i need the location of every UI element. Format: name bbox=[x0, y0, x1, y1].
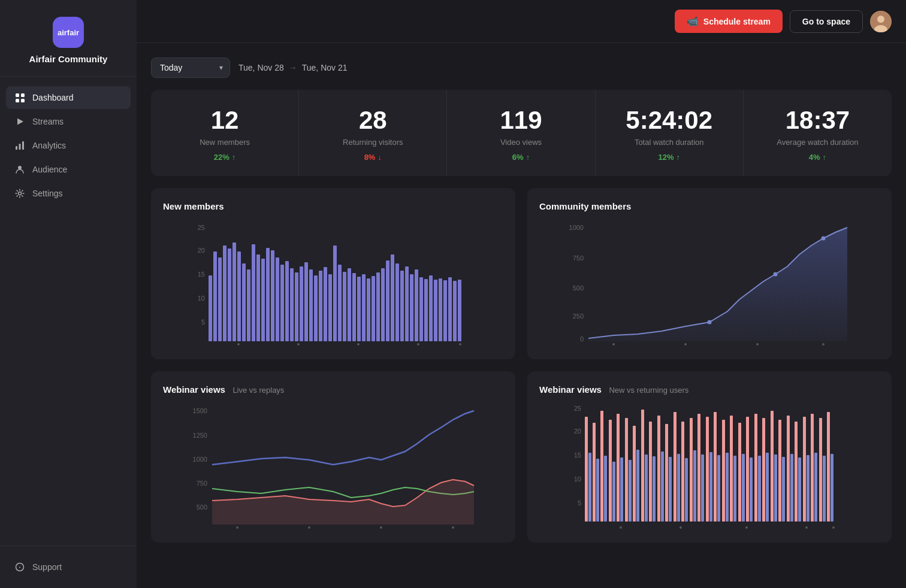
svg-rect-154 bbox=[790, 454, 793, 522]
arrow-up-icon: ↑ bbox=[823, 153, 827, 162]
svg-rect-115 bbox=[633, 426, 636, 522]
svg-rect-143 bbox=[746, 417, 749, 522]
svg-rect-106 bbox=[596, 459, 599, 522]
date-range-arrow: → bbox=[289, 63, 297, 72]
svg-text:10: 10 bbox=[574, 475, 581, 483]
svg-rect-37 bbox=[295, 272, 298, 341]
sidebar-item-streams[interactable]: Streams bbox=[6, 110, 131, 133]
svg-rect-63 bbox=[419, 277, 423, 341]
svg-rect-39 bbox=[304, 262, 308, 341]
svg-rect-131 bbox=[697, 414, 700, 522]
svg-rect-126 bbox=[677, 454, 680, 522]
svg-rect-0 bbox=[16, 93, 19, 97]
arrow-up-icon: ↑ bbox=[232, 153, 236, 162]
svg-rect-132 bbox=[701, 454, 704, 522]
chart-title: Community members bbox=[539, 201, 631, 211]
svg-rect-32 bbox=[271, 250, 274, 341]
svg-point-167 bbox=[745, 526, 748, 529]
svg-rect-2 bbox=[16, 99, 19, 102]
svg-text:250: 250 bbox=[573, 313, 584, 320]
svg-rect-142 bbox=[742, 454, 745, 522]
svg-point-86 bbox=[684, 343, 687, 345]
svg-rect-65 bbox=[429, 275, 433, 341]
gear-icon bbox=[14, 188, 25, 199]
stat-value: 18:37 bbox=[786, 107, 850, 134]
svg-rect-133 bbox=[706, 417, 709, 522]
sidebar-item-dashboard[interactable]: Dashboard bbox=[6, 86, 131, 109]
svg-rect-19 bbox=[209, 275, 212, 341]
stat-change-value: 6% bbox=[512, 153, 524, 162]
stat-value: 119 bbox=[500, 107, 542, 134]
svg-point-8 bbox=[19, 192, 22, 195]
stat-change-value: 22% bbox=[214, 153, 229, 162]
arrow-down-icon: ↓ bbox=[378, 153, 382, 162]
sidebar-item-settings[interactable]: Settings bbox=[6, 182, 131, 205]
svg-point-97 bbox=[452, 526, 454, 529]
svg-rect-57 bbox=[391, 254, 394, 341]
svg-rect-3 bbox=[21, 99, 25, 102]
svg-point-72 bbox=[237, 343, 240, 345]
svg-rect-34 bbox=[280, 265, 284, 341]
stat-card-returning-visitors: 28 Returning visitors 8% ↓ bbox=[299, 90, 447, 176]
svg-rect-28 bbox=[252, 244, 255, 341]
svg-rect-62 bbox=[415, 269, 418, 341]
svg-rect-155 bbox=[795, 422, 798, 522]
sidebar-item-audience[interactable]: Audience bbox=[6, 158, 131, 181]
sidebar-item-label: Streams bbox=[32, 117, 64, 126]
brand-area: airfair Airfair Community bbox=[0, 0, 137, 77]
svg-point-96 bbox=[380, 526, 382, 529]
svg-point-83 bbox=[774, 272, 778, 277]
svg-point-7 bbox=[18, 166, 22, 169]
svg-rect-156 bbox=[798, 457, 801, 522]
sidebar-item-support[interactable]: Support bbox=[6, 556, 131, 578]
schedule-stream-button[interactable]: 📹 Schedule stream bbox=[675, 10, 783, 33]
svg-text:5: 5 bbox=[201, 319, 205, 326]
chart-area: 25 20 15 10 5 bbox=[163, 222, 503, 350]
avatar[interactable] bbox=[870, 11, 892, 32]
schedule-stream-label: Schedule stream bbox=[703, 17, 771, 26]
main-content: 📹 Schedule stream Go to space Today Last… bbox=[137, 0, 906, 588]
svg-rect-117 bbox=[641, 410, 644, 522]
svg-rect-31 bbox=[266, 248, 270, 341]
stat-value: 28 bbox=[359, 107, 387, 134]
svg-rect-59 bbox=[400, 271, 404, 341]
svg-rect-114 bbox=[629, 460, 632, 522]
svg-rect-120 bbox=[653, 456, 656, 522]
svg-rect-122 bbox=[661, 451, 664, 522]
person-icon bbox=[14, 164, 25, 175]
svg-rect-147 bbox=[762, 418, 765, 522]
chat-icon bbox=[14, 562, 25, 572]
date-range-end: Tue, Nov 21 bbox=[302, 63, 348, 72]
go-to-space-label: Go to space bbox=[802, 17, 850, 26]
charts-row-2: Webinar views Live vs replays 1500 1250 … bbox=[151, 371, 892, 542]
go-to-space-button[interactable]: Go to space bbox=[790, 10, 863, 33]
sidebar-item-analytics[interactable]: Analytics bbox=[6, 134, 131, 157]
svg-point-76 bbox=[459, 343, 461, 345]
svg-rect-48 bbox=[348, 268, 351, 341]
stat-value: 12 bbox=[211, 107, 239, 134]
chart-subtitle: Live vs replays bbox=[232, 386, 284, 395]
svg-rect-119 bbox=[649, 422, 652, 522]
stat-label: Total watch duration bbox=[635, 138, 704, 147]
svg-rect-27 bbox=[247, 269, 250, 341]
chart-title: Webinar views bbox=[539, 384, 602, 395]
svg-point-12 bbox=[877, 16, 884, 23]
svg-rect-58 bbox=[395, 263, 399, 341]
svg-point-82 bbox=[708, 320, 712, 325]
svg-text:10: 10 bbox=[198, 295, 205, 302]
date-range-start: Tue, Nov 28 bbox=[238, 63, 284, 72]
svg-rect-56 bbox=[386, 260, 389, 341]
svg-rect-145 bbox=[754, 414, 757, 522]
svg-rect-125 bbox=[674, 412, 677, 522]
date-select-wrap: Today Last 7 days Last 30 days bbox=[151, 57, 230, 78]
date-select[interactable]: Today Last 7 days Last 30 days bbox=[151, 57, 230, 78]
stat-label: Returning visitors bbox=[343, 138, 403, 147]
svg-point-166 bbox=[680, 526, 682, 529]
svg-rect-134 bbox=[709, 452, 712, 522]
svg-rect-151 bbox=[778, 420, 781, 522]
svg-rect-67 bbox=[439, 278, 442, 341]
svg-rect-107 bbox=[600, 411, 603, 522]
svg-rect-140 bbox=[733, 456, 736, 522]
chart-webinar-live-replays: Webinar views Live vs replays 1500 1250 … bbox=[151, 371, 515, 542]
svg-rect-138 bbox=[726, 453, 729, 522]
